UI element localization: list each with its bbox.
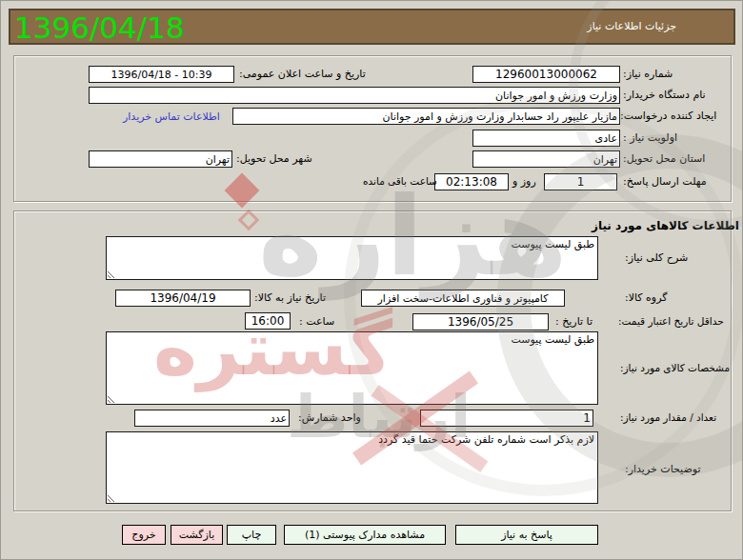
label-need-date: تاریخ نیاز به کالا:: [254, 291, 326, 304]
goods-group-field[interactable]: [361, 290, 565, 307]
label-price-validity: حداقل تاریخ اعتبار قیمت:: [618, 315, 724, 327]
label-announce-datetime: تاریخ و ساعت اعلان عمومی:: [239, 68, 366, 80]
need-date-field[interactable]: [115, 290, 251, 307]
view-attachments-button[interactable]: مشاهده مدارک پیوستی (1): [284, 525, 446, 545]
exit-button[interactable]: خروج: [122, 525, 166, 545]
deadline-days-field[interactable]: [544, 173, 617, 190]
buyer-notes-textarea[interactable]: لازم بذکر است شماره تلفن شرکت حتما قید گ…: [106, 431, 598, 504]
label-until-date: تا تاریخ :: [555, 315, 592, 328]
label-count-unit: واحد شمارش:: [298, 411, 361, 424]
print-button[interactable]: چاپ: [227, 525, 276, 545]
priority-field[interactable]: [472, 130, 620, 147]
label-days-and: روز و: [512, 175, 536, 188]
label-delivery-city: شهر محل تحویل:: [236, 152, 312, 165]
label-goods-specs: مشخصات کالای مورد نیاز:: [620, 362, 730, 373]
validity-time-field[interactable]: [245, 312, 291, 330]
label-priority: اولویت نیاز :: [623, 131, 677, 144]
buyer-org-field[interactable]: [89, 87, 620, 104]
label-quantity: تعداد / مقدار مورد نیاز:: [620, 411, 716, 423]
quantity-field[interactable]: [420, 410, 593, 427]
general-desc-textarea[interactable]: طبق لیست پیوست: [106, 236, 598, 280]
label-delivery-province: استان محل تحویل:: [623, 152, 705, 165]
header-bar: 1396/04/18 جزئیات اطلاعات نیاز: [9, 9, 735, 45]
label-hours-remaining: ساعت باقی مانده: [363, 175, 437, 187]
label-hour: ساعت :: [299, 315, 334, 328]
label-goods-group: گروه کالا:: [625, 291, 667, 304]
label-buyer-notes: توضیحات خریدار:: [625, 463, 701, 475]
back-button[interactable]: بازگشت: [171, 525, 223, 545]
label-response-deadline: مهلت ارسال پاسخ:: [623, 175, 707, 188]
creator-field[interactable]: [232, 108, 620, 125]
goods-specs-textarea[interactable]: طبق لیست پیوست: [106, 331, 598, 405]
header-date: 1396/04/18: [14, 11, 185, 44]
need-number-field[interactable]: [472, 66, 620, 83]
count-unit-field[interactable]: [134, 410, 290, 427]
page-title: جزئیات اطلاعات نیاز: [587, 20, 676, 32]
announce-datetime-field[interactable]: [89, 66, 234, 83]
respond-button[interactable]: پاسخ به نیاز: [455, 525, 598, 545]
label-general-desc: شرح کلی نیاز:: [625, 251, 688, 264]
validity-date-field[interactable]: [412, 313, 549, 330]
delivery-province-field[interactable]: [472, 150, 620, 168]
label-buyer-org: نام دستگاه خریدار:: [623, 89, 706, 101]
delivery-city-field[interactable]: [89, 150, 232, 168]
window: 1396/04/18 جزئیات اطلاعات نیاز شماره نیا…: [0, 0, 743, 560]
label-creator: ایجاد کننده درخواست:: [620, 110, 716, 122]
buyer-contact-link[interactable]: اطلاعات تماس خریدار: [123, 110, 220, 123]
label-need-number: شماره نیاز:: [623, 68, 673, 80]
section-title-goods: اطلاعات کالاهای مورد نیاز: [592, 219, 739, 232]
deadline-time-field[interactable]: [434, 173, 509, 190]
